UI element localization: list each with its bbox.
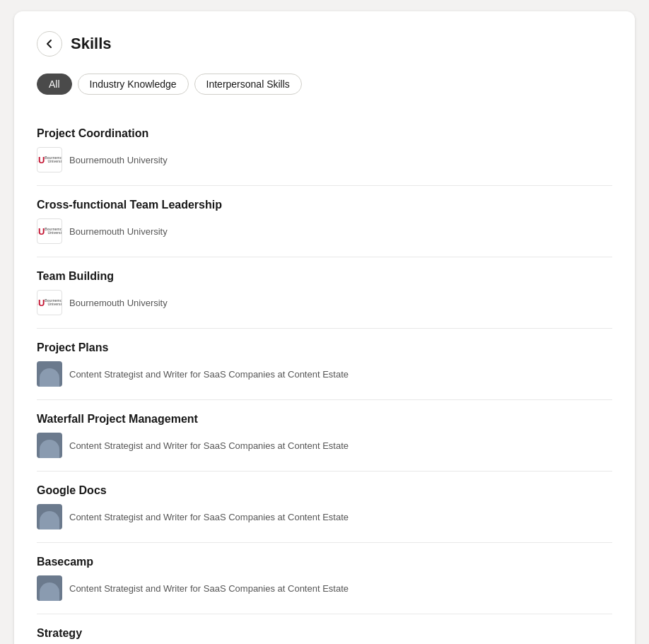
person-avatar bbox=[37, 504, 62, 529]
skill-source: BU Bournemouth University Bournemouth Un… bbox=[37, 290, 612, 315]
university-logo: BU Bournemouth University bbox=[37, 290, 62, 315]
skill-source: BU Bournemouth University Bournemouth Un… bbox=[37, 218, 612, 244]
source-text: Bournemouth University bbox=[69, 298, 168, 308]
skill-name: Team Building bbox=[37, 270, 612, 283]
back-icon bbox=[44, 38, 55, 49]
skill-item: Team Building BU Bournemouth University … bbox=[37, 257, 612, 329]
source-text: Content Strategist and Writer for SaaS C… bbox=[69, 512, 349, 522]
page-title: Skills bbox=[71, 35, 111, 53]
person-avatar bbox=[37, 575, 62, 601]
skill-item: Google Docs Content Strategist and Write… bbox=[37, 472, 612, 543]
source-text: Content Strategist and Writer for SaaS C… bbox=[69, 369, 349, 380]
skill-item: Project Plans Content Strategist and Wri… bbox=[37, 329, 612, 400]
person-avatar bbox=[37, 361, 62, 387]
skill-name: Basecamp bbox=[37, 556, 612, 568]
skills-list: Project Coordination BU Bournemouth Univ… bbox=[37, 115, 612, 644]
skill-item: Waterfall Project Management Content Str… bbox=[37, 400, 612, 472]
filter-industry-knowledge[interactable]: Industry Knowledge bbox=[78, 74, 189, 95]
back-button[interactable] bbox=[37, 31, 62, 57]
source-text: Bournemouth University bbox=[69, 155, 168, 165]
university-logo: BU Bournemouth University bbox=[37, 218, 62, 244]
skill-source: Content Strategist and Writer for SaaS C… bbox=[37, 433, 612, 458]
skill-name: Project Coordination bbox=[37, 127, 612, 140]
skill-name: Strategy bbox=[37, 627, 612, 640]
source-text: Content Strategist and Writer for SaaS C… bbox=[69, 583, 349, 594]
skill-name: Google Docs bbox=[37, 484, 612, 497]
university-logo: BU Bournemouth University bbox=[37, 147, 62, 172]
skill-source: Content Strategist and Writer for SaaS C… bbox=[37, 361, 612, 387]
skill-name: Waterfall Project Management bbox=[37, 413, 612, 426]
skill-item: Cross-functional Team Leadership BU Bour… bbox=[37, 186, 612, 257]
skill-item: Project Coordination BU Bournemouth Univ… bbox=[37, 115, 612, 186]
skill-source: Content Strategist and Writer for SaaS C… bbox=[37, 575, 612, 601]
skill-source: Content Strategist and Writer for SaaS C… bbox=[37, 504, 612, 529]
filter-bar: All Industry Knowledge Interpersonal Ski… bbox=[37, 74, 612, 95]
source-text: Bournemouth University bbox=[69, 226, 168, 237]
skill-source: BU Bournemouth University Bournemouth Un… bbox=[37, 147, 612, 172]
skill-name: Project Plans bbox=[37, 341, 612, 354]
page-header: Skills bbox=[37, 31, 612, 57]
filter-all[interactable]: All bbox=[37, 74, 72, 95]
skill-name: Cross-functional Team Leadership bbox=[37, 199, 612, 211]
source-text: Content Strategist and Writer for SaaS C… bbox=[69, 440, 349, 451]
skill-item: Basecamp Content Strategist and Writer f… bbox=[37, 543, 612, 614]
skills-card: Skills All Industry Knowledge Interperso… bbox=[14, 11, 635, 644]
person-avatar bbox=[37, 433, 62, 458]
skill-item: Strategy 2 experiences across Content Es… bbox=[37, 614, 612, 644]
filter-interpersonal-skills[interactable]: Interpersonal Skills bbox=[194, 74, 302, 95]
